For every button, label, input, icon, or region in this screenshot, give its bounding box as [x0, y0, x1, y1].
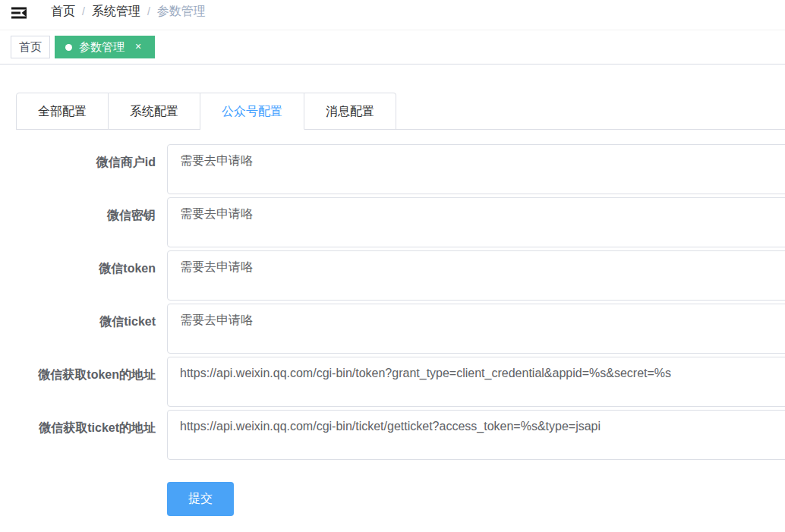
wechat-ticket-input[interactable]: 需要去申请咯	[167, 304, 785, 354]
form-row: 微信商户id 需要去申请咯	[16, 144, 785, 194]
breadcrumb-item-system-management[interactable]: 系统管理	[92, 2, 140, 20]
wechat-ticket-label: 微信ticket	[16, 304, 167, 354]
wechat-secret-input[interactable]: 需要去申请咯	[167, 197, 785, 247]
breadcrumb-item-current: 参数管理	[157, 2, 206, 20]
wechat-token-input[interactable]: 需要去申请咯	[167, 250, 785, 301]
tab-official-account-config[interactable]: 公众号配置	[200, 93, 304, 130]
wechat-token-url-label: 微信获取token的地址	[16, 357, 167, 407]
collapse-sidebar-icon-glyph	[11, 5, 27, 20]
tag-param-management-label: 参数管理	[79, 40, 125, 55]
wechat-token-url-input[interactable]: https://api.weixin.qq.com/cgi-bin/token?…	[167, 357, 785, 407]
breadcrumb: 首页 / 系统管理 / 参数管理	[51, 2, 206, 20]
tag-param-management[interactable]: 参数管理 ×	[55, 36, 155, 58]
submit-row: 提交	[16, 482, 785, 516]
wechat-merchant-id-input[interactable]: 需要去申请咯	[167, 144, 785, 194]
tab-all-config[interactable]: 全部配置	[16, 93, 109, 130]
tab-system-config[interactable]: 系统配置	[109, 93, 200, 130]
breadcrumb-item-home[interactable]: 首页	[51, 2, 75, 20]
form-row: 微信获取token的地址 https://api.weixin.qq.com/c…	[16, 357, 785, 407]
config-tabs: 全部配置 系统配置 公众号配置 消息配置	[16, 93, 785, 130]
wechat-secret-label: 微信密钥	[16, 197, 167, 247]
main-content: 全部配置 系统配置 公众号配置 消息配置 微信商户id 需要去申请咯 微信密钥 …	[0, 65, 785, 516]
submit-button[interactable]: 提交	[167, 482, 234, 516]
close-icon[interactable]: ×	[132, 41, 144, 53]
collapse-sidebar-icon[interactable]	[11, 4, 28, 22]
breadcrumb-separator: /	[82, 2, 85, 20]
top-navbar: 首页 / 系统管理 / 参数管理	[0, 0, 785, 30]
wechat-ticket-url-input[interactable]: https://api.weixin.qq.com/cgi-bin/ticket…	[167, 410, 785, 460]
official-account-config-form: 微信商户id 需要去申请咯 微信密钥 需要去申请咯 微信token 需要去申请咯…	[16, 144, 785, 516]
tags-view-bar: 首页 参数管理 ×	[0, 30, 785, 65]
wechat-ticket-url-label: 微信获取ticket的地址	[16, 410, 167, 460]
breadcrumb-separator: /	[147, 2, 150, 20]
wechat-token-label: 微信token	[16, 250, 167, 301]
form-row: 微信ticket 需要去申请咯	[16, 304, 785, 354]
form-row: 微信密钥 需要去申请咯	[16, 197, 785, 247]
tag-home[interactable]: 首页	[11, 36, 50, 58]
wechat-merchant-id-label: 微信商户id	[16, 144, 167, 194]
form-row: 微信token 需要去申请咯	[16, 250, 785, 301]
form-row: 微信获取ticket的地址 https://api.weixin.qq.com/…	[16, 410, 785, 460]
tag-home-label: 首页	[19, 40, 42, 55]
active-dot-icon	[65, 44, 72, 51]
tab-message-config[interactable]: 消息配置	[304, 93, 396, 130]
